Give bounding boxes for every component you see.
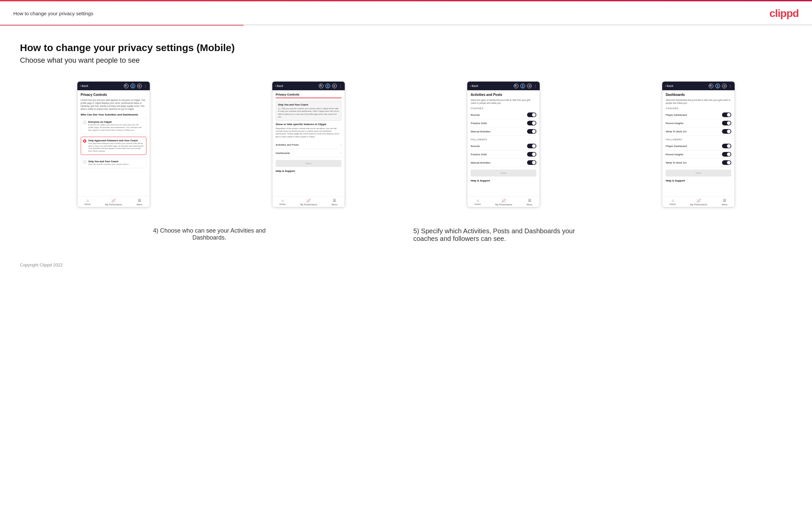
toggle-switch-what-to-work-coaches[interactable] xyxy=(722,129,731,134)
privacy-section-title-1: Who Can See Your Activities and Dashboar… xyxy=(81,113,146,116)
phone-2-footer: ⌂ Home 📈 My Performance ☰ Menu xyxy=(272,196,345,207)
user-icon-4[interactable]: 👤 xyxy=(715,83,720,88)
performance-icon-3: 📈 xyxy=(502,199,506,203)
toggle-round-insights-coaches: Round Insights xyxy=(666,119,731,127)
screenshots-row: ‹ Back 🔍 👤 ⚙ ⋮ Privacy Controls Control … xyxy=(20,81,792,207)
performance-icon-2: 📈 xyxy=(306,199,311,203)
toggle-switch-round-insights-coaches[interactable] xyxy=(722,121,731,125)
toggle-switch-practice-coaches[interactable] xyxy=(527,121,536,125)
nav-home-4[interactable]: ⌂ Home xyxy=(669,199,676,206)
back-button-4[interactable]: ‹ Back xyxy=(665,84,673,88)
user-icon[interactable]: 👤 xyxy=(131,83,135,88)
toggle-switch-player-dash-followers[interactable] xyxy=(722,144,731,148)
coaches-label-4: COACHES xyxy=(666,107,731,110)
chevron-left-icon-3: ‹ xyxy=(470,84,471,88)
toggle-manual-followers: Manual Activities xyxy=(471,159,536,167)
toggle-round-insights-followers: Round Insights xyxy=(666,150,731,159)
activities-posts-desc: Select the types of activity that you'd … xyxy=(471,99,536,105)
section-desc-2: Regardless of the privacy controls that … xyxy=(276,127,341,138)
back-button-3[interactable]: ‹ Back xyxy=(470,84,478,88)
tab-privacy-controls[interactable]: Privacy Controls xyxy=(276,93,300,98)
help-support-4: Help & Support xyxy=(666,179,731,182)
logo: clippd xyxy=(769,7,799,19)
performance-icon-1: 📈 xyxy=(111,199,116,203)
chevron-left-icon: ‹ xyxy=(80,84,81,88)
back-button-1[interactable]: ‹ Back xyxy=(80,84,88,88)
nav-home-1[interactable]: ⌂ Home xyxy=(84,199,91,206)
nav-performance-3[interactable]: 📈 My Performance xyxy=(495,199,512,206)
search-icon[interactable]: 🔍 xyxy=(124,83,129,88)
toggle-switch-rounds-followers[interactable] xyxy=(527,144,536,148)
menu-icon-3: ☰ xyxy=(528,199,531,203)
coaches-label-3: COACHES xyxy=(471,107,536,110)
settings-icon-4[interactable]: ⚙ xyxy=(722,83,727,88)
toggle-practice-coaches: Practice Drills xyxy=(471,119,536,127)
settings-icon-2[interactable]: ⚙ xyxy=(332,83,337,88)
toggle-player-dash-followers: Player Dashboard xyxy=(666,142,731,150)
phone-2-header: ‹ Back 🔍 👤 ⚙ ⋮ xyxy=(272,81,345,90)
user-icon-3[interactable]: 👤 xyxy=(520,83,525,88)
toggle-switch-practice-followers[interactable] xyxy=(527,152,536,157)
save-button-4[interactable]: Save xyxy=(666,170,731,176)
nav-home-3[interactable]: ⌂ Home xyxy=(474,199,481,206)
toggle-player-dash-coaches: Player Dashboard xyxy=(666,111,731,119)
toggle-switch-manual-followers[interactable] xyxy=(527,160,536,165)
more-icon-2[interactable]: ⋮ xyxy=(339,84,342,88)
nav-menu-4[interactable]: ☰ Menu xyxy=(722,199,728,206)
nav-menu-3[interactable]: ☰ Menu xyxy=(527,199,533,206)
screenshot-group-2: ‹ Back 🔍 👤 ⚙ ⋮ Privacy Controls xyxy=(215,81,402,207)
radio-you-coach[interactable]: Only You and Your Coach Only you and the… xyxy=(81,158,146,168)
radio-everyone[interactable]: Everyone on Clippd Everyone on Clippd ca… xyxy=(81,118,146,134)
chevron-left-icon-4: ‹ xyxy=(665,84,666,88)
header-icons-2: 🔍 👤 ⚙ ⋮ xyxy=(319,83,342,88)
search-icon-2[interactable]: 🔍 xyxy=(319,83,323,88)
header-title: How to change your privacy settings xyxy=(13,11,93,16)
nav-menu-2[interactable]: ☰ Menu xyxy=(332,199,338,206)
settings-icon-3[interactable]: ⚙ xyxy=(527,83,532,88)
search-icon-4[interactable]: 🔍 xyxy=(709,83,713,88)
menu-item-dashboards[interactable]: Dashboards › xyxy=(276,149,341,157)
activities-posts-title: Activities and Posts xyxy=(471,93,536,97)
phone-1-body: Privacy Controls Control how you and you… xyxy=(78,90,150,196)
followers-label-3: FOLLOWERS xyxy=(471,138,536,141)
user-icon-2[interactable]: 👤 xyxy=(325,83,330,88)
toggle-switch-player-dash-coaches[interactable] xyxy=(722,112,731,117)
phone-4-footer: ⌂ Home 📈 My Performance ☰ Menu xyxy=(662,196,734,207)
caption-5: 5) Specify which Activities, Posts and D… xyxy=(413,227,579,242)
nav-performance-2[interactable]: 📈 My Performance xyxy=(300,199,317,206)
toggle-rounds-followers: Rounds xyxy=(471,142,536,150)
toggle-switch-what-to-work-followers[interactable] xyxy=(722,160,731,165)
back-button-2[interactable]: ‹ Back xyxy=(275,84,283,88)
screenshot-group-4: ‹ Back 🔍 👤 ⚙ ⋮ Dashboards Select the das… xyxy=(605,81,792,207)
toggle-switch-rounds-coaches[interactable] xyxy=(527,112,536,117)
header-icons-1: 🔍 👤 ⚙ ⋮ xyxy=(124,83,147,88)
radio-dot-you-coach xyxy=(83,160,86,164)
section-heading-2: Show or hide specific features in Clippd xyxy=(276,123,341,126)
more-icon[interactable]: ⋮ xyxy=(144,84,147,88)
more-icon-3[interactable]: ⋮ xyxy=(534,84,537,88)
toggle-manual-coaches: Manual Activities xyxy=(471,127,536,136)
caption-4: 4) Choose who can see your Activities an… xyxy=(143,227,276,242)
header: How to change your privacy settings clip… xyxy=(0,1,812,25)
save-button-3[interactable]: Save xyxy=(471,170,536,176)
menu-item-activities[interactable]: Activities and Posts › xyxy=(276,141,341,149)
phone-4-header: ‹ Back 🔍 👤 ⚙ ⋮ xyxy=(662,81,734,90)
phone-2: ‹ Back 🔍 👤 ⚙ ⋮ Privacy Controls xyxy=(272,81,345,207)
toggle-what-to-work-followers: What To Work On xyxy=(666,159,731,167)
search-icon-3[interactable]: 🔍 xyxy=(514,83,518,88)
privacy-title-1: Privacy Controls xyxy=(81,93,146,97)
radio-approved[interactable]: Only Approved Followers and Your Coach O… xyxy=(81,137,146,155)
performance-icon-4: 📈 xyxy=(697,199,701,203)
caption-group-1: 4) Choose who can see your Activities an… xyxy=(20,221,399,242)
toggle-switch-manual-coaches[interactable] xyxy=(527,129,536,134)
nav-home-2[interactable]: ⌂ Home xyxy=(280,199,286,206)
radio-text-approved: Only Approved Followers and Your Coach O… xyxy=(88,139,144,153)
toggle-switch-round-insights-followers[interactable] xyxy=(722,152,731,157)
main-content: How to change your privacy settings (Mob… xyxy=(0,25,812,256)
nav-menu-1[interactable]: ☰ Menu xyxy=(137,199,143,206)
save-button-2[interactable]: Save xyxy=(276,160,341,167)
nav-performance-1[interactable]: 📈 My Performance xyxy=(105,199,122,206)
nav-performance-4[interactable]: 📈 My Performance xyxy=(690,199,707,206)
more-icon-4[interactable]: ⋮ xyxy=(729,84,732,88)
settings-icon[interactable]: ⚙ xyxy=(137,83,142,88)
